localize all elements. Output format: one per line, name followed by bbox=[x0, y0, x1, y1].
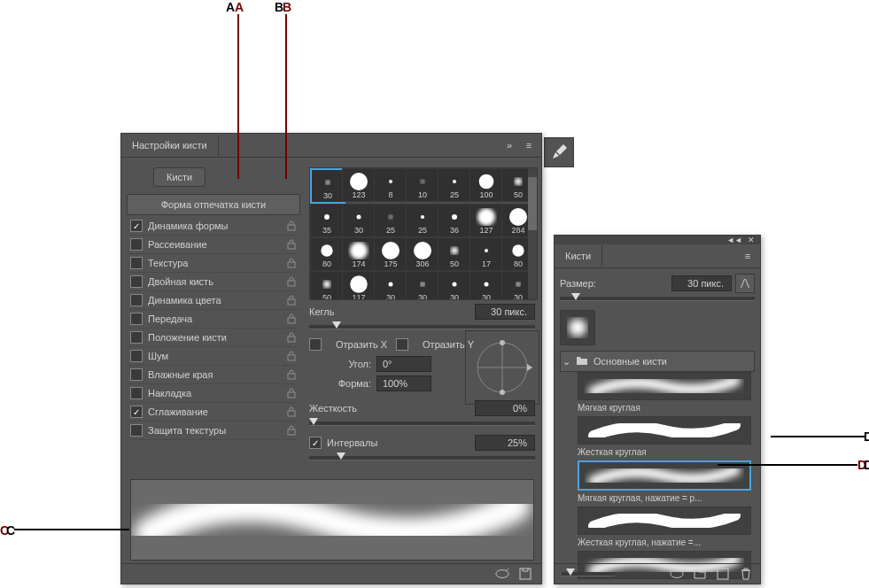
spacing-value[interactable]: 25% bbox=[475, 435, 535, 451]
preset-folder-row[interactable]: ⌄ Основные кисти bbox=[560, 351, 755, 372]
brush-option-row[interactable]: Передача bbox=[127, 310, 300, 329]
flip-brush-icon[interactable] bbox=[735, 274, 755, 293]
option-checkbox[interactable] bbox=[130, 387, 143, 399]
toggle-preview-icon[interactable] bbox=[670, 567, 684, 581]
roundness-input[interactable]: 100% bbox=[376, 375, 431, 391]
flip-y-checkbox[interactable] bbox=[396, 338, 408, 351]
flip-x-checkbox[interactable] bbox=[309, 338, 322, 351]
angle-control-widget[interactable] bbox=[465, 330, 539, 405]
brush-tip-cell[interactable]: 25 bbox=[406, 204, 439, 237]
option-checkbox[interactable] bbox=[130, 294, 143, 306]
brushes-button[interactable]: Кисти bbox=[153, 167, 206, 187]
brush-option-row[interactable]: Защита текстуры bbox=[127, 422, 300, 440]
lock-icon[interactable] bbox=[286, 369, 297, 380]
panel-menu-icon[interactable]: ≡ bbox=[741, 249, 755, 263]
option-checkbox[interactable] bbox=[130, 368, 143, 381]
brush-option-row[interactable]: Сглаживание bbox=[127, 403, 300, 422]
slider-thumb[interactable] bbox=[566, 569, 575, 576]
brush-tip-cell[interactable]: 30 bbox=[342, 204, 376, 237]
brushes-size-slider[interactable] bbox=[560, 297, 755, 301]
lock-icon[interactable] bbox=[286, 406, 297, 417]
brush-tip-cell[interactable]: 174 bbox=[342, 237, 376, 271]
brush-tip-cell[interactable]: 175 bbox=[374, 237, 407, 271]
brush-tip-cell[interactable]: 30 bbox=[469, 271, 503, 300]
brush-tip-cell[interactable]: 30 bbox=[438, 271, 471, 300]
lock-icon[interactable] bbox=[286, 332, 297, 343]
brush-option-row[interactable]: Шум bbox=[127, 347, 300, 366]
brush-option-row[interactable]: Текстура bbox=[127, 254, 300, 273]
hardness-slider[interactable] bbox=[309, 422, 535, 426]
brush-tip-cell[interactable]: 306 bbox=[406, 237, 439, 271]
slider-thumb[interactable] bbox=[571, 293, 580, 300]
brush-option-row[interactable]: Двойная кисть bbox=[127, 273, 300, 291]
brush-preset-item[interactable]: Жесткая круглая, нажатие =... bbox=[574, 507, 755, 551]
size-slider[interactable] bbox=[309, 325, 535, 329]
slider-thumb[interactable] bbox=[309, 418, 318, 425]
brush-tip-cell[interactable]: 10 bbox=[406, 168, 439, 202]
option-checkbox[interactable] bbox=[130, 257, 143, 269]
brush-preset-item[interactable]: Жесткая круглая bbox=[574, 416, 755, 460]
option-checkbox[interactable] bbox=[130, 406, 143, 418]
lock-icon[interactable] bbox=[286, 425, 297, 436]
brush-tip-cell[interactable]: 30 bbox=[406, 271, 439, 300]
brush-tip-cell[interactable]: 80 bbox=[310, 237, 344, 271]
new-folder-icon[interactable] bbox=[693, 567, 707, 581]
toggle-preview-icon[interactable] bbox=[495, 567, 509, 581]
lock-icon[interactable] bbox=[286, 388, 297, 398]
brush-tip-cell[interactable]: 8 bbox=[374, 168, 407, 202]
preview-size-slider[interactable] bbox=[562, 572, 615, 576]
brush-tip-shape-button[interactable]: Форма отпечатка кисти bbox=[127, 194, 300, 215]
panel-menu-icon[interactable]: ≡ bbox=[522, 138, 536, 152]
brush-option-row[interactable]: Динамика цвета bbox=[127, 291, 300, 310]
option-checkbox[interactable] bbox=[130, 220, 143, 232]
option-checkbox[interactable] bbox=[130, 313, 143, 325]
lock-icon[interactable] bbox=[286, 258, 297, 268]
brush-tool-icon-tab[interactable] bbox=[544, 137, 574, 167]
spacing-slider[interactable] bbox=[309, 456, 535, 460]
collapse-icon[interactable]: ◄◄ bbox=[726, 236, 742, 244]
trash-icon[interactable] bbox=[739, 567, 753, 581]
lock-icon[interactable] bbox=[286, 220, 297, 231]
brushes-size-value[interactable]: 30 пикс. bbox=[671, 275, 732, 291]
brushes-title-tab[interactable]: Кисти bbox=[555, 245, 602, 267]
slider-thumb[interactable] bbox=[337, 453, 345, 460]
brush-option-row[interactable]: Динамика формы bbox=[127, 217, 300, 236]
angle-input[interactable]: 0° bbox=[376, 356, 431, 372]
lock-icon[interactable] bbox=[286, 239, 297, 250]
size-value[interactable]: 30 пикс. bbox=[475, 304, 535, 320]
lock-icon[interactable] bbox=[286, 351, 297, 361]
scrollbar-thumb[interactable] bbox=[528, 177, 537, 230]
brush-preset-item[interactable]: Мягкая круглая, нажатие = р... bbox=[574, 460, 755, 507]
brush-option-row[interactable]: Накладка bbox=[127, 384, 300, 403]
brush-grid-scrollbar[interactable] bbox=[528, 168, 537, 299]
brush-option-row[interactable]: Влажные края bbox=[127, 366, 300, 384]
brush-tip-cell[interactable]: 123 bbox=[342, 168, 376, 202]
new-preset-icon[interactable] bbox=[716, 567, 730, 581]
brush-tip-cell[interactable]: 35 bbox=[310, 204, 344, 237]
slider-thumb[interactable] bbox=[332, 321, 341, 329]
brush-option-row[interactable]: Рассеивание bbox=[127, 236, 300, 254]
collapse-icon[interactable]: » bbox=[502, 138, 516, 152]
brush-tip-cell[interactable]: 50 bbox=[438, 237, 471, 271]
lock-icon[interactable] bbox=[286, 313, 297, 324]
option-checkbox[interactable] bbox=[130, 275, 143, 288]
brush-tip-cell[interactable]: 17 bbox=[469, 237, 503, 271]
brush-tip-cell[interactable]: 30 bbox=[374, 271, 407, 300]
brush-tip-cell[interactable]: 30 bbox=[310, 168, 345, 204]
brush-tip-cell[interactable]: 100 bbox=[469, 168, 503, 202]
brush-tip-cell[interactable]: 117 bbox=[342, 271, 376, 300]
option-checkbox[interactable] bbox=[130, 424, 143, 437]
new-preset-icon[interactable] bbox=[518, 567, 532, 581]
panel-title-tab[interactable]: Настройки кисти bbox=[121, 135, 219, 156]
brush-option-row[interactable]: Положение кисти bbox=[127, 329, 300, 347]
option-checkbox[interactable] bbox=[130, 238, 143, 251]
brush-tip-cell[interactable]: 25 bbox=[438, 168, 471, 202]
brush-preset-item[interactable]: Мягкая круглая bbox=[574, 372, 755, 416]
brush-tip-cell[interactable]: 36 bbox=[438, 204, 471, 237]
spacing-checkbox[interactable] bbox=[309, 437, 322, 449]
close-icon[interactable]: ✕ bbox=[748, 236, 755, 244]
brush-tip-cell[interactable]: 127 bbox=[469, 204, 503, 237]
lock-icon[interactable] bbox=[286, 295, 297, 306]
brush-tip-cell[interactable]: 25 bbox=[374, 204, 407, 237]
option-checkbox[interactable] bbox=[130, 350, 143, 362]
